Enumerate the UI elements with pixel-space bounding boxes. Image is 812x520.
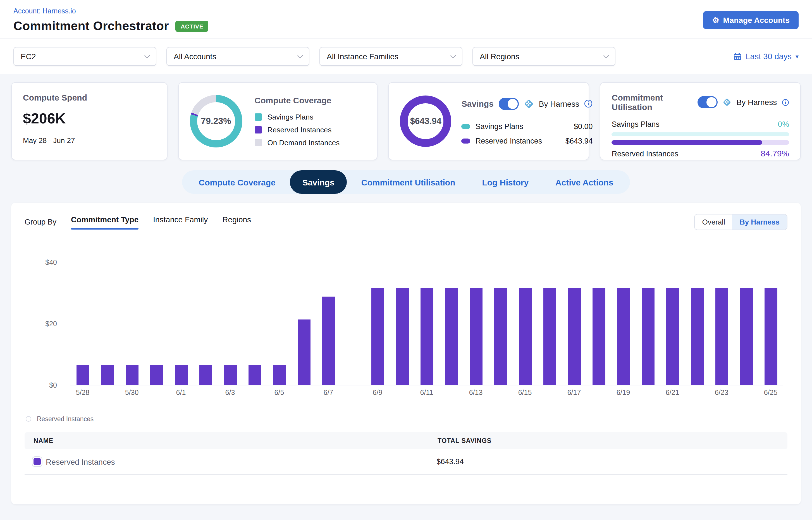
chart-legend[interactable]: Reserved Instances (26, 416, 787, 422)
bar-5/31[interactable] (150, 366, 163, 385)
bar-6/15[interactable] (519, 288, 531, 385)
bar-slot-6/5: 6/5 (267, 262, 291, 385)
bar-slot-6/14 (488, 262, 513, 385)
by-harness-toggle[interactable] (499, 98, 519, 110)
savings-plans-swatch (254, 113, 262, 121)
info-icon[interactable] (782, 98, 789, 106)
bar-6/14[interactable] (494, 288, 507, 385)
bar-6/20[interactable] (641, 288, 654, 385)
compute-spend-title: Compute Spend (23, 93, 156, 102)
harness-logo-icon (723, 97, 732, 107)
manage-accounts-button[interactable]: ⚙︎ Manage Accounts (703, 11, 798, 29)
tab-log-history[interactable]: Log History (470, 171, 541, 194)
bar-slot-6/10 (390, 262, 414, 385)
coverage-donut-chart[interactable]: 79.23% (190, 95, 242, 148)
bar-slot-6/8 (341, 262, 365, 385)
group-by-commitment-type[interactable]: Commitment Type (71, 215, 138, 229)
bar-6/12[interactable] (445, 288, 458, 385)
bar-5/29[interactable] (101, 366, 114, 385)
bar-6/25[interactable] (764, 288, 777, 385)
x-axis-tick: 6/7 (304, 389, 353, 396)
section-tabs: Compute Coverage Savings Commitment Util… (182, 171, 630, 194)
bar-6/24[interactable] (740, 288, 753, 385)
x-axis-tick: 6/3 (206, 389, 255, 396)
savings-table: NAME TOTAL SAVINGS Reserved Instances $6… (25, 432, 787, 475)
tab-savings[interactable]: Savings (290, 171, 347, 194)
bar-slot-6/19: 6/19 (611, 262, 635, 385)
bar-6/10[interactable] (396, 288, 409, 385)
column-header-total-savings: TOTAL SAVINGS (438, 437, 492, 444)
bar-slot-5/29 (95, 262, 120, 385)
bar-6/1[interactable] (175, 366, 187, 385)
tab-compute-coverage[interactable]: Compute Coverage (186, 171, 288, 194)
gear-icon: ⚙︎ (712, 16, 719, 24)
instance-families-select[interactable]: All Instance Families (319, 47, 463, 66)
bar-slot-6/20 (635, 262, 660, 385)
table-row[interactable]: Reserved Instances $643.94 (25, 449, 787, 475)
savings-row-value: $643.94 (566, 136, 593, 145)
legend-label: On Demand Instances (267, 138, 340, 147)
legend-checkbox[interactable] (26, 416, 31, 422)
reserved-instances-swatch (33, 458, 41, 465)
legend-item: On Demand Instances (254, 138, 340, 147)
bar-slot-6/3: 6/3 (218, 262, 242, 385)
bar-6/22[interactable] (690, 288, 703, 385)
savings-donut-chart[interactable]: $643.94 (400, 96, 451, 147)
account-breadcrumb-link[interactable]: Account: Harness.io (14, 7, 76, 15)
tab-active-actions[interactable]: Active Actions (543, 171, 626, 194)
bar-6/19[interactable] (617, 288, 630, 385)
bar-slot-6/2 (193, 262, 218, 385)
bar-6/18[interactable] (592, 288, 605, 385)
accounts-select[interactable]: All Accounts (166, 47, 309, 66)
overall-by-harness-segmented-control: Overall By Harness (695, 214, 787, 230)
bar-6/23[interactable] (715, 288, 728, 385)
bar-6/9[interactable] (371, 288, 384, 385)
date-range-picker[interactable]: Last 30 days ▾ (733, 52, 798, 61)
by-harness-toggle[interactable] (698, 96, 718, 108)
page-header: Account: Harness.io Commitment Orchestra… (0, 0, 812, 39)
bar-6/3[interactable] (224, 366, 236, 385)
bar-6/11[interactable] (420, 288, 433, 385)
y-axis-tick: $20 (25, 320, 57, 328)
utilisation-row: Savings Plans 0% (612, 120, 789, 128)
bar-slot-6/9: 6/9 (365, 262, 390, 385)
bar-6/6[interactable] (297, 320, 310, 385)
legend-label: Savings Plans (267, 113, 313, 121)
by-harness-option[interactable]: By Harness (732, 214, 787, 230)
bar-slot-6/16 (537, 262, 562, 385)
x-axis-tick: 5/30 (107, 389, 156, 396)
chevron-down-icon (297, 52, 303, 58)
overall-option[interactable]: Overall (695, 214, 732, 230)
commitment-utilisation-title: Commitment Utilisation (612, 93, 693, 112)
bar-6/13[interactable] (469, 288, 482, 385)
commitment-utilisation-card: Commitment Utilisation By Harness Saving… (600, 82, 801, 160)
bar-6/7[interactable] (322, 296, 335, 385)
bar-6/2[interactable] (199, 366, 212, 385)
group-by-regions[interactable]: Regions (222, 215, 251, 229)
info-icon[interactable] (584, 99, 593, 108)
bar-6/17[interactable] (568, 288, 580, 385)
page-title: Commitment Orchestrator (14, 19, 169, 33)
bar-5/30[interactable] (125, 366, 138, 385)
x-axis-tick: 5/28 (58, 389, 107, 396)
bar-5/28[interactable] (76, 366, 89, 385)
compute-spend-card: Compute Spend $206K May 28 - Jun 27 (11, 82, 167, 160)
row-total-savings: $643.94 (437, 458, 464, 466)
savings-panel: Group By Commitment Type Instance Family… (11, 203, 801, 504)
bar-slot-6/22 (685, 262, 709, 385)
tab-commitment-utilisation[interactable]: Commitment Utilisation (349, 171, 468, 194)
service-select[interactable]: EC2 (14, 47, 156, 66)
savings-row: Savings Plans $0.00 (462, 122, 593, 130)
legend-item: Reserved Instances (254, 126, 340, 134)
bar-6/16[interactable] (543, 288, 556, 385)
bar-6/21[interactable] (666, 288, 679, 385)
bar-slot-6/17: 6/17 (562, 262, 586, 385)
bar-6/5[interactable] (273, 366, 286, 385)
regions-select[interactable]: All Regions (472, 47, 615, 66)
bar-6/4[interactable] (248, 366, 261, 385)
bar-slot-6/18 (586, 262, 611, 385)
harness-logo-icon (524, 99, 534, 109)
status-badge: ACTIVE (176, 21, 209, 32)
group-by-instance-family[interactable]: Instance Family (153, 215, 208, 229)
bar-slot-6/6 (291, 262, 316, 385)
